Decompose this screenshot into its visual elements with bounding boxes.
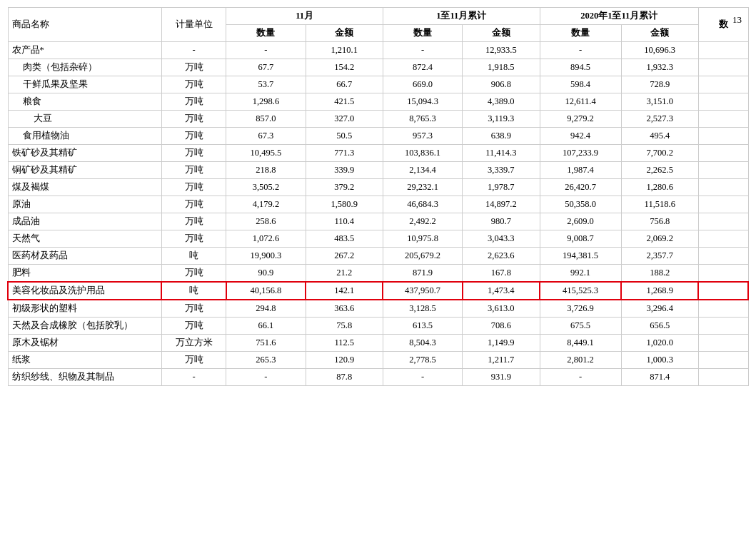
row-nov-amt: 120.9	[306, 352, 383, 369]
table-row: 纸浆万吨265.3120.92,778.51,211.72,801.21,000…	[8, 352, 748, 369]
row-product-name: 大豆	[8, 111, 161, 128]
row-ytd-qty: 2,134.4	[383, 162, 462, 179]
row-ytd-qty: 8,765.3	[383, 111, 462, 128]
row-ytd20-qty: 992.1	[540, 265, 621, 283]
row-ytd20-amt: 871.4	[621, 369, 698, 386]
row-nov-qty: 751.6	[226, 335, 306, 352]
col-unit-header: 计量单位	[161, 8, 226, 42]
table-row: 铁矿砂及其精矿万吨10,495.5771.3103,836.111,414.31…	[8, 145, 748, 162]
row-ytd20-amt: 1,000.3	[621, 352, 698, 369]
row-product-name: 原木及锯材	[8, 335, 161, 352]
row-nov-amt: 1,210.1	[306, 42, 383, 59]
row-ytd20-amt: 1,280.6	[621, 179, 698, 196]
row-unit: 万吨	[161, 93, 226, 111]
col-name-header: 商品名称	[8, 8, 161, 42]
row-nov-qty: 67.7	[226, 59, 306, 76]
table-row: 铜矿砂及其精矿万吨218.8339.92,134.43,339.71,987.4…	[8, 162, 748, 179]
table-row: 肉类（包括杂碎）万吨67.7154.2872.41,918.5894.51,93…	[8, 59, 748, 76]
row-ytd20-qty: 50,358.0	[540, 196, 621, 213]
row-ytd-qty: -	[383, 369, 462, 386]
row-ytd-amt: 1,918.5	[463, 59, 540, 76]
row-nov-amt: 379.2	[306, 179, 383, 196]
row-ytd20-qty: 194,381.5	[540, 248, 621, 265]
row-product-name: 铁矿砂及其精矿	[8, 145, 161, 162]
row-ytd-amt: 2,623.6	[463, 248, 540, 265]
row-ytd20-amt: 756.8	[621, 213, 698, 230]
row-ytd-qty: 10,975.8	[383, 230, 462, 248]
row-extra	[698, 42, 748, 59]
row-extra	[698, 300, 748, 318]
table-row: 煤及褐煤万吨3,505.2379.229,232.11,978.726,420.…	[8, 179, 748, 196]
row-nov-qty: 53.7	[226, 76, 306, 93]
row-nov-qty: 1,072.6	[226, 230, 306, 248]
row-product-name: 成品油	[8, 213, 161, 230]
row-extra	[698, 196, 748, 213]
row-ytd-qty: 2,778.5	[383, 352, 462, 369]
row-nov-amt: 110.4	[306, 213, 383, 230]
row-nov-qty: 40,156.8	[226, 282, 306, 300]
row-ytd20-amt: 7,700.2	[621, 145, 698, 162]
row-ytd20-qty: 3,726.9	[540, 300, 621, 318]
ytd-qty-header: 数量	[383, 25, 462, 42]
row-nov-amt: 339.9	[306, 162, 383, 179]
row-unit: 万吨	[161, 230, 226, 248]
ytd-amt-header: 金额	[463, 25, 540, 42]
row-ytd-amt: 167.8	[463, 265, 540, 283]
row-ytd20-amt: 2,527.3	[621, 111, 698, 128]
row-ytd20-qty: -	[540, 369, 621, 386]
row-ytd20-qty: 942.4	[540, 128, 621, 145]
row-ytd-amt: 1,978.7	[463, 179, 540, 196]
row-ytd-qty: 872.4	[383, 59, 462, 76]
row-ytd20-amt: 2,262.5	[621, 162, 698, 179]
table-row: 大豆万吨857.0327.08,765.33,119.39,279.22,527…	[8, 111, 748, 128]
row-extra	[698, 230, 748, 248]
row-nov-qty: 294.8	[226, 300, 306, 318]
row-ytd-qty: 669.0	[383, 76, 462, 93]
row-ytd-qty: 871.9	[383, 265, 462, 283]
row-ytd-amt: 708.6	[463, 318, 540, 335]
row-nov-qty: 67.3	[226, 128, 306, 145]
row-unit: 万吨	[161, 179, 226, 196]
row-ytd-amt: 1,149.9	[463, 335, 540, 352]
table-row: 干鲜瓜果及坚果万吨53.766.7669.0906.8598.4728.9	[8, 76, 748, 93]
row-extra	[698, 111, 748, 128]
row-ytd-amt: 11,414.3	[463, 145, 540, 162]
table-row: 医药材及药品吨19,900.3267.2205,679.22,623.6194,…	[8, 248, 748, 265]
row-unit: -	[161, 42, 226, 59]
row-product-name: 医药材及药品	[8, 248, 161, 265]
row-ytd-qty: 8,504.3	[383, 335, 462, 352]
row-unit: 万吨	[161, 196, 226, 213]
table-row: 农产品*--1,210.1-12,933.5-10,696.3	[8, 42, 748, 59]
row-product-name: 纸浆	[8, 352, 161, 369]
row-unit: 万吨	[161, 213, 226, 230]
row-ytd20-amt: 495.4	[621, 128, 698, 145]
row-ytd-amt: 12,933.5	[463, 42, 540, 59]
row-ytd-amt: 1,473.4	[463, 282, 540, 300]
row-product-name: 铜矿砂及其精矿	[8, 162, 161, 179]
row-unit: 万吨	[161, 352, 226, 369]
row-extra	[698, 59, 748, 76]
row-product-name: 原油	[8, 196, 161, 213]
row-extra	[698, 265, 748, 283]
row-ytd-amt: 3,339.7	[463, 162, 540, 179]
row-nov-qty: 857.0	[226, 111, 306, 128]
row-ytd20-amt: 2,069.2	[621, 230, 698, 248]
row-ytd-amt: 638.9	[463, 128, 540, 145]
row-extra	[698, 213, 748, 230]
page-number: 13	[732, 14, 742, 26]
row-unit: 万立方米	[161, 335, 226, 352]
header-row-1: 商品名称 计量单位 11月 1至11月累计 2020年1至11月累计 数	[8, 8, 748, 25]
row-extra	[698, 93, 748, 111]
row-nov-amt: 771.3	[306, 145, 383, 162]
ytd20-qty-header: 数量	[540, 25, 621, 42]
table-row: 天然气万吨1,072.6483.510,975.83,043.39,008.72…	[8, 230, 748, 248]
table-row: 原木及锯材万立方米751.6112.58,504.31,149.98,449.1…	[8, 335, 748, 352]
row-ytd20-qty: 598.4	[540, 76, 621, 93]
row-ytd-qty: 613.5	[383, 318, 462, 335]
row-ytd20-qty: 26,420.7	[540, 179, 621, 196]
row-extra	[698, 179, 748, 196]
row-nov-qty: -	[226, 42, 306, 59]
row-unit: 吨	[161, 282, 226, 300]
row-nov-amt: 327.0	[306, 111, 383, 128]
row-extra	[698, 335, 748, 352]
